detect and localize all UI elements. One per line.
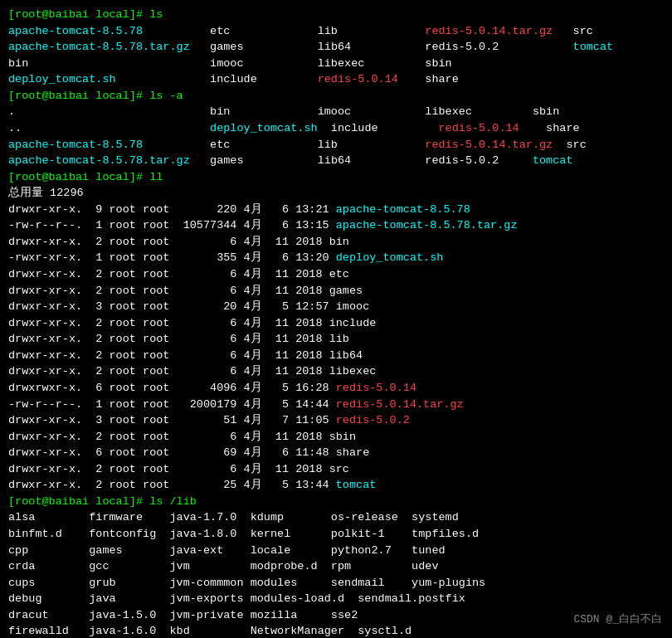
ll-lib: drwxr-xr-x. 2 root root 6 4月 11 2018 lib [8, 331, 664, 348]
lib-line-3: cpp games java-ext locale python2.7 tune… [8, 543, 664, 559]
lib-line-4: crda gcc jvm modprobe.d rpm udev [8, 558, 664, 575]
ll-games: drwxr-xr-x. 2 root root 6 4月 11 2018 gam… [8, 283, 664, 300]
ls-line-2: apache-tomcat-8.5.78.tar.gz games lib64 … [8, 39, 664, 56]
ll-bin: drwxr-xr-x. 2 root root 6 4月 11 2018 bin [8, 234, 664, 251]
ll-etc: drwxr-xr-x. 2 root root 6 4月 11 2018 etc [8, 266, 664, 283]
cmd-ls-lib: [root@baibai local]# ls /lib [8, 494, 664, 510]
ll-imooc: drwxr-xr-x. 3 root root 20 4月 5 12:57 im… [8, 299, 664, 315]
lsa-line-2: .. deploy_tomcat.sh include redis-5.0.14… [8, 120, 664, 137]
ll-share: drwxr-xr-x. 6 root root 69 4月 6 11:48 sh… [8, 445, 664, 461]
ll-apache-dir: drwxr-xr-x. 9 root root 220 4月 6 13:21 a… [8, 202, 664, 218]
terminal-window: [root@baibai local]# ls apache-tomcat-8.… [8, 7, 664, 638]
ll-total: 总用量 12296 [8, 185, 664, 202]
lib-line-2: binfmt.d fontconfig java-1.8.0 kernel po… [8, 526, 664, 543]
ll-include: drwxr-xr-x. 2 root root 6 4月 11 2018 inc… [8, 315, 664, 332]
ll-redis-tar: -rw-r--r--. 1 root root 2000179 4月 5 14:… [8, 397, 664, 413]
ls-line-3: bin imooc libexec sbin [8, 56, 664, 72]
lsa-line-3: apache-tomcat-8.5.78 etc lib redis-5.0.1… [8, 137, 664, 153]
ll-redis502: drwxr-xr-x. 3 root root 51 4月 7 11:05 re… [8, 412, 664, 429]
cmd-ls-a: [root@baibai local]# ls -a [8, 88, 664, 105]
ll-src: drwxr-xr-x. 2 root root 6 4月 11 2018 src [8, 461, 664, 478]
lsa-line-4: apache-tomcat-8.5.78.tar.gz games lib64 … [8, 153, 664, 169]
lib-line-6: debug java jvm-exports modules-load.d se… [8, 591, 664, 607]
ll-lib64: drwxr-xr-x. 2 root root 6 4月 11 2018 lib… [8, 348, 664, 364]
ll-tomcat: drwxr-xr-x. 2 root root 25 4月 5 13:44 to… [8, 477, 664, 494]
ll-redis-dir: drwxrwxr-x. 6 root root 4096 4月 5 16:28 … [8, 380, 664, 397]
lsa-line-1: . bin imooc libexec sbin [8, 104, 664, 120]
lib-line-5: cups grub jvm-commmon modules sendmail y… [8, 575, 664, 592]
lib-line-7: dracut java-1.5.0 jvm-private mozilla ss… [8, 607, 664, 624]
ll-libexec: drwxr-xr-x. 2 root root 6 4月 11 2018 lib… [8, 363, 664, 380]
lib-line-1: alsa firmware java-1.7.0 kdump os-releas… [8, 509, 664, 526]
cmd-ls: [root@baibai local]# ls [8, 7, 664, 23]
file-apache-tomcat: apache-tomcat-8.5.78 [8, 25, 143, 37]
ls-line-1: apache-tomcat-8.5.78 etc lib redis-5.0.1… [8, 23, 664, 40]
cmd-ll: [root@baibai local]# ll [8, 169, 664, 186]
ll-sbin: drwxr-xr-x. 2 root root 6 4月 11 2018 sbi… [8, 429, 664, 446]
ls-line-4: deploy_tomcat.sh include redis-5.0.14 sh… [8, 71, 664, 88]
ll-deploy: -rwxr-xr-x. 1 root root 355 4月 6 13:20 d… [8, 250, 664, 266]
ll-apache-tar: -rw-r--r--. 1 root root 10577344 4月 6 13… [8, 217, 664, 234]
watermark-text: CSDN @_白白不白 [573, 612, 662, 628]
lib-line-8: firewalld java-1.6.0 kbd NetworkManager … [8, 623, 664, 638]
